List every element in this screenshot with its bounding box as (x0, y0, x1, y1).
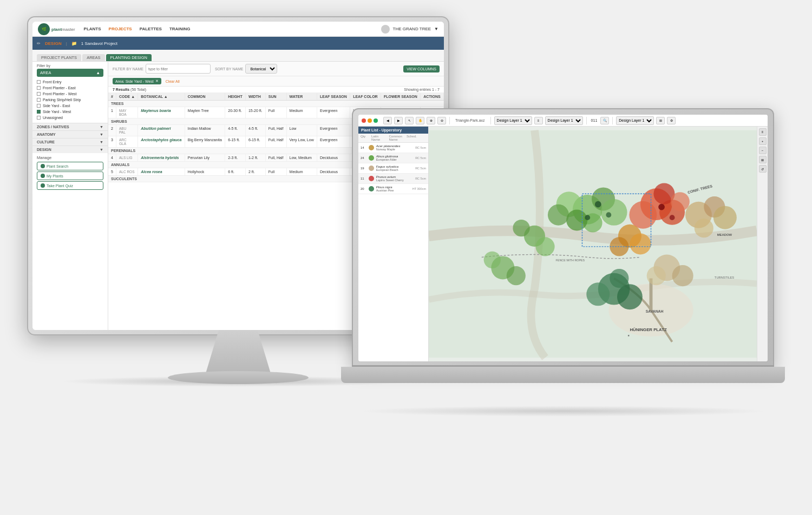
svg-point-13 (671, 192, 690, 211)
sidebar-manage: Manage Plant Search My Plants (32, 153, 108, 193)
col-width: WIDTH (245, 93, 265, 101)
sidebar-culture-header[interactable]: CULTURE ▼ (32, 138, 108, 146)
checkbox-front-west[interactable] (37, 92, 41, 96)
design-layer-select-2[interactable]: Design Layer 1 (545, 116, 583, 125)
maximize-btn[interactable] (374, 118, 378, 123)
checkbox-front-east[interactable] (37, 86, 41, 90)
section-trees: TREES (108, 101, 444, 107)
filter-name-group: FILTER BY NAME (113, 64, 211, 74)
minimize-btn[interactable] (368, 118, 372, 123)
area-item-front-east[interactable]: Front Planter - East (37, 85, 103, 91)
tabs-bar: PROJECT PLANTS AREAS PLANTING DESIGN (32, 50, 444, 62)
row-sun: Full, Half (265, 154, 286, 162)
laptop-screen: ◀ ▶ ↖ ✋ ⊕ ⊖ Triangle-Park.axz Design Lay… (358, 115, 768, 361)
row-common: Big Berry Manzanita (185, 136, 225, 148)
area-item-unassigned[interactable]: Unassigned (37, 115, 103, 121)
close-btn[interactable] (362, 118, 366, 123)
user-dropdown-icon[interactable]: ▼ (434, 27, 438, 31)
svg-point-32 (507, 266, 526, 285)
tool-zoom-in[interactable]: + (759, 137, 767, 145)
sidebar-zones-header[interactable]: ZONES / NATIVES ▼ (32, 123, 108, 130)
sidebar-design-header[interactable]: DESIGN ▼ (32, 146, 108, 153)
toolbar-arrow-left[interactable]: ◀ (383, 117, 392, 124)
header-separator: | (66, 41, 67, 46)
view-columns-button[interactable]: VIEW COLUMNS (403, 65, 440, 72)
col-actions: ACTIONS (421, 93, 444, 101)
svg-point-38 (658, 204, 665, 210)
plant-quiz-button[interactable]: Take Plant Quiz (37, 181, 103, 190)
tab-planting-design[interactable]: PLANTING DESIGN (106, 54, 152, 61)
laptop-shadow (357, 406, 769, 417)
area-item-front-west[interactable]: Front Planter - West (37, 91, 103, 97)
row-height: 4-5 ft. (225, 125, 246, 136)
design-layer-select-3[interactable]: Design Layer 1 (616, 116, 654, 125)
checkbox-side-east[interactable] (37, 104, 41, 108)
toolbar-menu[interactable]: ⊞ (656, 117, 665, 124)
toolbar-settings[interactable]: ⚙ (667, 117, 676, 124)
row-botanical: Alcea rosea (138, 168, 185, 176)
checkbox-front-entry[interactable] (37, 80, 41, 84)
area-item-parking[interactable]: Parking Strip/Hell Strip (37, 97, 103, 103)
checkbox-parking[interactable] (37, 98, 41, 102)
toolbar-zoom-in[interactable]: ⊕ (427, 117, 435, 124)
tool-layers[interactable]: ≡ (759, 128, 767, 136)
brand-icon: 🌿 (38, 23, 50, 35)
col-code[interactable]: CODE ▲ (116, 93, 137, 101)
section-trees-label: TREES (108, 101, 444, 107)
nav-plants[interactable]: PLANTS (84, 27, 101, 31)
row-common: Hollyhock (185, 168, 225, 176)
filter-name-input[interactable] (146, 64, 211, 74)
toolbar-pan[interactable]: ✋ (416, 117, 424, 124)
toolbar-layers[interactable]: ≡ (534, 117, 543, 124)
row-num: 5 (108, 168, 116, 176)
area-item-side-west[interactable]: Side Yard - West (37, 109, 103, 115)
results-count: 7 Results (113, 88, 129, 91)
row-width: 4-5 ft. (245, 125, 265, 136)
plant-common: Lapins Sweet Cherry (376, 179, 413, 182)
area-label-front-east: Front Planter - East (43, 86, 76, 90)
tab-areas[interactable]: AREAS (82, 54, 104, 61)
area-label-unassigned: Unassigned (43, 116, 63, 120)
row-leaf-season: Deciduous (317, 168, 350, 176)
row-code: ALC ROS (116, 168, 137, 176)
zoom-level: 011 (591, 118, 598, 122)
nav-projects[interactable]: PROJECTS (109, 27, 132, 31)
svg-text:MEADOW: MEADOW (717, 233, 732, 236)
filter-tag-close[interactable]: ✕ (155, 79, 159, 83)
tab-project-plants[interactable]: PROJECT PLANTS (37, 54, 81, 61)
tool-fit[interactable]: ⊞ (759, 156, 767, 163)
my-plants-button[interactable]: My Plants (37, 171, 103, 180)
toolbar-search[interactable]: 🔍 (600, 117, 609, 124)
sort-select[interactable]: Botanical Common Code (245, 64, 277, 74)
clear-all-link[interactable]: Clear All (166, 80, 180, 83)
toolbar-arrow-right[interactable]: ▶ (394, 117, 403, 124)
area-dropdown[interactable]: AREA ▲ (37, 69, 103, 77)
col-latin: Latin Name (371, 135, 387, 141)
nav-palettes[interactable]: PALETTES (140, 27, 162, 31)
col-sun: SUN (265, 93, 286, 101)
row-code: ARCGLA (116, 136, 137, 148)
brand-name: plantmaster (51, 27, 75, 32)
plant-size: RC 5cm (415, 167, 426, 170)
plant-search-label: Plant Search (47, 164, 68, 168)
filter-bar: FILTER BY NAME SORT BY NAME Botanical Co… (108, 62, 444, 76)
area-item-front-entry[interactable]: Front Entry (37, 79, 103, 85)
design-filter-label: DESIGN (37, 148, 51, 151)
area-item-side-east[interactable]: Side Yard - East (37, 103, 103, 109)
nav-training[interactable]: TRAINING (169, 27, 191, 31)
row-width: 1-2 ft. (245, 154, 265, 162)
col-botanical[interactable]: BOTANICAL ▲ (138, 93, 185, 101)
sidebar-anatomy-header[interactable]: ANATOMY ▼ (32, 130, 108, 138)
toolbar-cursor[interactable]: ↖ (405, 117, 414, 124)
landscape-canvas[interactable]: CONIF. TREES TURNSTILES MEADOW FENCE WIT… (429, 127, 757, 361)
toolbar-zoom-out[interactable]: ⊖ (437, 117, 446, 124)
plant-quiz-label: Take Plant Quiz (47, 184, 73, 188)
toolbar-separator-3 (586, 117, 587, 124)
plant-search-button[interactable]: Plant Search (37, 162, 103, 170)
tool-zoom-out[interactable]: − (759, 147, 767, 154)
checkbox-side-west[interactable] (37, 110, 41, 114)
tool-rotate[interactable]: ↺ (759, 165, 767, 173)
design-layer-select-1[interactable]: Design Layer 1 (494, 116, 532, 125)
svg-point-23 (535, 237, 554, 256)
checkbox-unassigned[interactable] (37, 116, 41, 120)
